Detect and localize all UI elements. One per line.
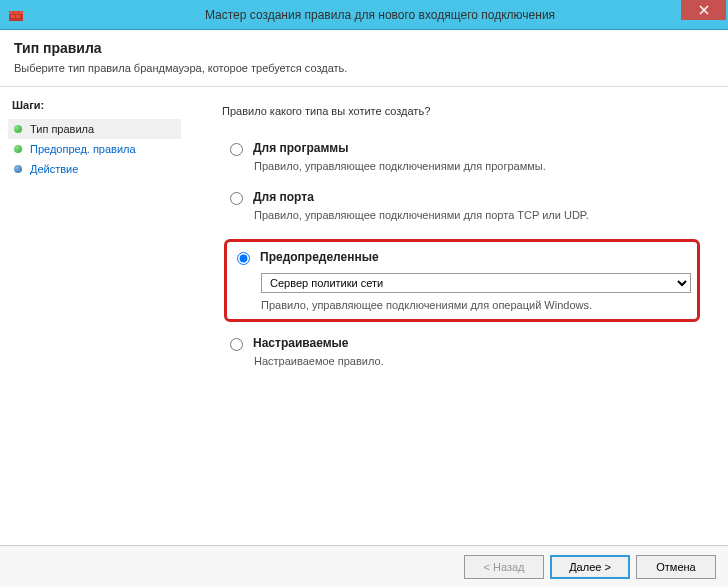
option-custom: Настраиваемые Настраиваемое правило. [222,336,700,367]
svg-rect-2 [14,11,18,14]
step-action[interactable]: Действие [8,159,181,179]
option-label: Настраиваемые [253,336,348,350]
step-label: Предопред. правила [30,143,136,155]
back-button[interactable]: < Назад [464,555,544,579]
step-predefined-rules[interactable]: Предопред. правила [8,139,181,159]
option-label: Для порта [253,190,314,204]
radio-custom[interactable] [230,338,243,351]
radio-program[interactable] [230,143,243,156]
wizard-header: Тип правила Выберите тип правила брандма… [0,30,728,87]
bullet-icon [14,165,22,173]
svg-rect-1 [9,11,13,14]
next-button[interactable]: Далее > [550,555,630,579]
window-title: Мастер создания правила для нового входя… [32,8,728,22]
bullet-icon [14,145,22,153]
svg-rect-3 [19,11,23,14]
option-desc: Правило, управляющее подключениями для о… [261,299,691,311]
cancel-button[interactable]: Отмена [636,555,716,579]
highlight-annotation: Предопределенные Сервер политики сети Пр… [224,239,700,322]
wizard-main: Правило какого типа вы хотите создать? Д… [190,87,728,557]
wizard-sidebar: Шаги: Тип правила Предопред. правила Дей… [0,87,190,557]
option-label: Предопределенные [260,250,379,264]
page-title: Тип правила [14,40,714,56]
step-label: Тип правила [30,123,94,135]
titlebar: Мастер создания правила для нового входя… [0,0,728,30]
wizard-footer: < Назад Далее > Отмена [0,545,728,587]
step-label: Действие [30,163,78,175]
firewall-icon [8,7,24,23]
option-label: Для программы [253,141,348,155]
radio-port[interactable] [230,192,243,205]
radio-predefined[interactable] [237,252,250,265]
page-subtitle: Выберите тип правила брандмауэра, которо… [14,62,714,74]
option-port: Для порта Правило, управляющее подключен… [222,190,700,221]
svg-rect-5 [16,15,20,18]
option-desc: Настраиваемое правило. [254,355,700,367]
option-desc: Правило, управляющее подключениями для п… [254,209,700,221]
option-program: Для программы Правило, управляющее подкл… [222,141,700,172]
bullet-icon [14,125,22,133]
prompt-text: Правило какого типа вы хотите создать? [222,105,700,117]
option-desc: Правило, управляющее подключениями для п… [254,160,700,172]
option-predefined: Предопределенные Сервер политики сети Пр… [229,250,691,311]
step-rule-type[interactable]: Тип правила [8,119,181,139]
steps-heading: Шаги: [12,99,177,111]
svg-rect-4 [11,15,15,18]
close-button[interactable] [681,0,726,20]
predefined-select[interactable]: Сервер политики сети [261,273,691,293]
